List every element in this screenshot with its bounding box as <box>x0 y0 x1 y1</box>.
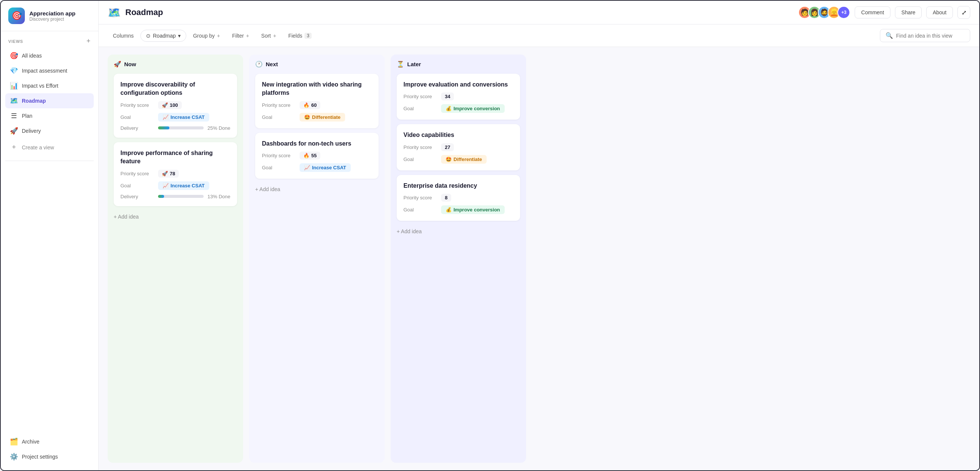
goal-badge: 📈 Increase CSAT <box>158 181 209 190</box>
sidebar-item-label: Delivery <box>22 128 41 134</box>
page-icon: 🗺️ <box>108 6 121 19</box>
sidebar-item-project-settings[interactable]: ⚙️ Project settings <box>5 449 94 464</box>
goal-icon: 💰 <box>445 106 452 111</box>
create-view-item[interactable]: + Create a view <box>5 140 94 155</box>
search-input[interactable] <box>896 33 964 39</box>
filter-button[interactable]: Filter + <box>227 30 255 41</box>
fields-button[interactable]: Fields 3 <box>283 30 317 41</box>
priority-row: Priority score 🔥 55 <box>262 152 372 160</box>
main-content: 🗺️ Roadmap 🧑 👩 🧔 👱 +3 Comment Share Abou… <box>99 1 979 470</box>
fields-label: Fields <box>288 33 302 39</box>
delivery-bar <box>158 127 204 129</box>
sidebar-item-roadmap[interactable]: 🗺️ Roadmap <box>5 93 94 108</box>
add-idea-next[interactable]: + Add idea <box>255 185 379 194</box>
goal-text: Differentiate <box>453 157 482 162</box>
goal-row: Goal 💰 Improve conversion <box>403 205 513 214</box>
expand-button[interactable]: ⤢ <box>958 6 970 19</box>
goal-text: Improve conversion <box>453 207 500 213</box>
toolbar: Columns ⊙ Roadmap ▾ Group by + Filter + … <box>99 24 979 47</box>
card-title: Improve evaluation and conversions <box>403 81 513 89</box>
priority-value: 60 <box>311 102 317 108</box>
delivery-bar-fill <box>158 195 164 198</box>
settings-icon: ⚙️ <box>10 453 18 461</box>
comment-button[interactable]: Comment <box>855 6 891 18</box>
column-title-now: Now <box>124 61 136 67</box>
sort-button[interactable]: Sort + <box>256 30 282 41</box>
sidebar-item-archive[interactable]: 🗂️ Archive <box>5 434 94 449</box>
board: 🚀 Now Improve discoverability of configu… <box>99 47 979 470</box>
sidebar-divider <box>5 161 94 161</box>
priority-label: Priority score <box>403 144 438 150</box>
page-title: Roadmap <box>125 8 163 17</box>
sidebar-item-delivery[interactable]: 🚀 Delivery <box>5 124 94 138</box>
topbar: 🗺️ Roadmap 🧑 👩 🧔 👱 +3 Comment Share Abou… <box>99 1 979 24</box>
goal-badge: 💰 Improve conversion <box>441 104 505 113</box>
priority-row: Priority score 27 <box>403 143 513 151</box>
group-by-label: Group by <box>193 33 215 39</box>
column-next: 🕐 Next New integration with video sharin… <box>249 54 385 463</box>
delivery-bar-fill <box>158 127 169 129</box>
sidebar-item-impact-effort[interactable]: 📊 Impact vs Effort <box>5 78 94 93</box>
priority-row: Priority score 34 <box>403 92 513 100</box>
app-info: Appreciation app Discovery project <box>29 10 76 22</box>
share-button[interactable]: Share <box>895 6 922 18</box>
delivery-label: Delivery <box>121 125 154 131</box>
goal-icon: 💰 <box>445 207 452 213</box>
score-badge: 8 <box>441 194 451 201</box>
delivery-row: Delivery 13% Done <box>121 194 230 199</box>
priority-label: Priority score <box>262 153 296 159</box>
sort-plus-icon: + <box>273 33 276 39</box>
priority-label: Priority score <box>121 171 154 176</box>
card-title: Enterprise data residency <box>403 182 513 190</box>
add-idea-later[interactable]: + Add idea <box>397 227 520 236</box>
app-title: Appreciation app <box>29 10 76 17</box>
card-title: Improve performance of sharing feature <box>121 149 230 166</box>
priority-row: Priority score 🔥 60 <box>262 101 372 109</box>
goal-row: Goal 📈 Increase CSAT <box>121 181 230 190</box>
priority-label: Priority score <box>403 195 438 200</box>
goal-label: Goal <box>403 106 438 111</box>
avatars-group: 🧑 👩 🧔 👱 +3 <box>798 6 850 19</box>
add-view-icon[interactable]: + <box>87 37 91 45</box>
priority-value: 34 <box>445 94 450 99</box>
goal-row: Goal 💰 Improve conversion <box>403 104 513 113</box>
delivery-pct: 13% Done <box>207 194 230 199</box>
archive-icon: 🗂️ <box>10 438 18 446</box>
card-new-integration: New integration with video sharing platf… <box>255 74 379 128</box>
goal-icon: 🤩 <box>445 157 452 162</box>
columns-label: Columns <box>113 33 134 39</box>
all-ideas-icon: 🎯 <box>10 52 18 60</box>
card-title: Dashboards for non-tech users <box>262 140 372 148</box>
priority-value: 8 <box>445 195 447 200</box>
add-idea-now[interactable]: + Add idea <box>114 212 237 221</box>
column-header-now: 🚀 Now <box>114 60 237 69</box>
about-button[interactable]: About <box>926 6 953 18</box>
goal-text: Increase CSAT <box>312 165 346 170</box>
group-by-button[interactable]: Group by + <box>188 30 226 41</box>
goal-label: Goal <box>121 183 154 189</box>
goal-badge: 📈 Increase CSAT <box>158 113 209 122</box>
priority-value: 100 <box>170 102 178 108</box>
delivery-bar <box>158 195 204 198</box>
roadmap-icon: 🗺️ <box>10 97 18 105</box>
score-badge: 🚀 100 <box>158 101 182 109</box>
goal-text: Increase CSAT <box>170 114 205 120</box>
card-dashboards: Dashboards for non-tech users Priority s… <box>255 133 379 179</box>
impact-assessment-icon: 💎 <box>10 67 18 75</box>
columns-button[interactable]: Columns <box>108 30 139 41</box>
sidebar-item-all-ideas[interactable]: 🎯 All ideas <box>5 48 94 63</box>
search-icon: 🔍 <box>886 32 893 39</box>
sidebar-item-plan[interactable]: ☰ Plan <box>5 108 94 124</box>
delivery-icon: 🚀 <box>10 127 18 135</box>
roadmap-filter-button[interactable]: ⊙ Roadmap ▾ <box>140 30 186 42</box>
sidebar-item-label: All ideas <box>22 53 42 59</box>
sidebar-item-label: Impact vs Effort <box>22 83 58 89</box>
score-badge: 🔥 55 <box>299 152 320 160</box>
priority-icon: 🚀 <box>162 102 168 108</box>
filter-label: Filter <box>232 33 244 39</box>
goal-row: Goal 🤩 Differentiate <box>262 113 372 122</box>
sidebar-item-impact-assessment[interactable]: 💎 Impact assessment <box>5 63 94 78</box>
search-box[interactable]: 🔍 <box>880 29 970 42</box>
card-title: Video capabilities <box>403 131 513 139</box>
goal-icon: 📈 <box>162 183 169 189</box>
